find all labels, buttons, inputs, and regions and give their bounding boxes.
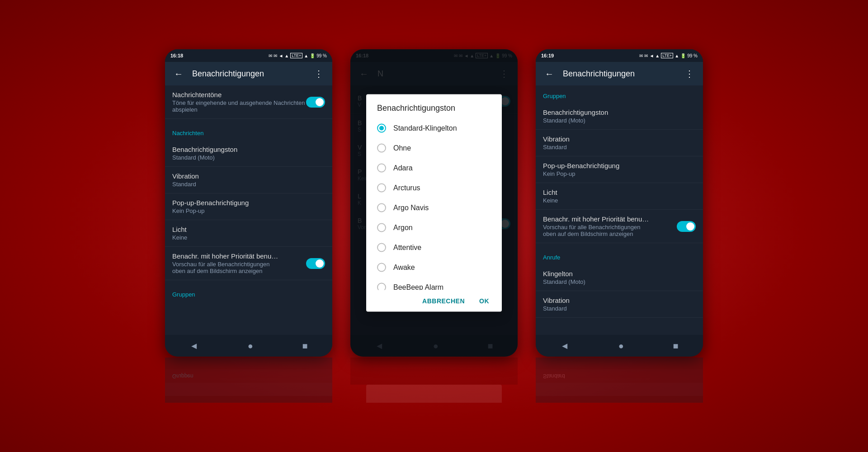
phone1-priority-toggle[interactable]: [306, 258, 325, 269]
phone3-anrufe-vibration-title: Vibration: [543, 297, 696, 304]
phone2-dialog-list: Standard-Klingelton Ohne Adara Arcturus: [366, 118, 502, 290]
phone3-anrufe-label: Anrufe: [536, 247, 703, 264]
phone2-container: 16:18 ✉ ✉ ◄ ▲ LTE+ ▲ 🔋 99 % ← N ⋮: [350, 49, 518, 357]
phone2-wrapper: 16:18 ✉ ✉ ◄ ▲ LTE+ ▲ 🔋 99 % ← N ⋮: [350, 49, 518, 403]
phone2-option-beebeep[interactable]: BeeBeep Alarm: [366, 278, 502, 290]
phone1-benachrichtigungston-item[interactable]: Benachrichtigungston Standard (Moto): [165, 140, 332, 167]
phone3-content: Gruppen Benachrichtigungston Standard (M…: [536, 85, 703, 335]
phone3-back-button[interactable]: ←: [543, 67, 556, 81]
phone3-vibration-item[interactable]: Vibration Standard: [536, 130, 703, 156]
phone3-home-nav-icon[interactable]: ●: [618, 341, 624, 351]
phone2-option-awake[interactable]: Awake: [366, 258, 502, 278]
phone1-time: 16:18: [170, 53, 183, 58]
phone3-recents-nav-icon[interactable]: ■: [673, 341, 679, 351]
phone1-back-nav-icon[interactable]: ◄: [189, 341, 198, 351]
phone2-label-argon: Argon: [393, 224, 413, 232]
phone2-option-adara[interactable]: Adara: [366, 158, 502, 178]
phone1-priority-title: Benachr. mit hoher Priorität benu…: [172, 252, 306, 260]
phone1-reflection: Gruppen: [165, 358, 332, 403]
phone2-radio-argon: [377, 223, 386, 232]
phone3-priority-toggle[interactable]: [677, 221, 696, 232]
phone1-nachrichten-label: Nachrichten: [165, 122, 332, 140]
phone1-wrapper: 16:18 ✉ ✉ ◄ ▲ LTE+ ▲ 🔋 99 % ← Benachrich…: [165, 49, 332, 403]
phone2-label-argo-navis: Argo Navis: [393, 204, 429, 212]
phone2-radio-attentive: [377, 243, 386, 252]
phone1-nachrichtentone-title: Nachrichtentöne: [172, 91, 306, 99]
phone2-reflection: [350, 358, 518, 403]
phone1-title: Benachrichtigungen: [192, 69, 305, 79]
phone2-dialog-title: Benachrichtigungston: [366, 94, 502, 118]
phone3-popup-subtitle: Kein Pop-up: [543, 170, 696, 177]
phone3-klingelton-title: Klingelton: [543, 270, 696, 278]
phone2-option-ohne[interactable]: Ohne: [366, 138, 502, 158]
phone3-vibration-subtitle: Standard: [543, 144, 696, 151]
phone2-radio-arcturus: [377, 184, 386, 193]
phone2-dialog: Benachrichtigungston Standard-Klingelton…: [366, 94, 502, 312]
phone1-popup-subtitle: Kein Pop-up: [172, 207, 325, 214]
phone2-label-awake: Awake: [393, 264, 415, 272]
phone1-licht-item[interactable]: Licht Keine: [165, 220, 332, 247]
phone3-priority-subtitle: Vorschau für alle Benachrichtigungen obe…: [543, 224, 677, 237]
phone3-vibration-title: Vibration: [543, 135, 696, 143]
phone3: 16:19 ✉ ✉ ◄ ▲ LTE+ ▲ 🔋 99 % ← Benachrich…: [536, 49, 703, 357]
phone2-dialog-actions: ABBRECHEN OK: [366, 290, 502, 312]
phone2-label-ohne: Ohne: [393, 144, 411, 152]
phone3-benachrichtigungston-title: Benachrichtigungston: [543, 108, 696, 116]
phone3-app-bar: ← Benachrichtigungen ⋮: [536, 62, 703, 85]
phone2-option-standard[interactable]: Standard-Klingelton: [366, 118, 502, 138]
phone3-reflection: Standard: [536, 358, 703, 403]
phone1-nachrichtentone-subtitle: Töne für eingehende und ausgehende Nachr…: [172, 99, 306, 113]
phone3-licht-item[interactable]: Licht Keine: [536, 183, 703, 210]
phone1-gruppen-label: Gruppen: [165, 284, 332, 301]
phone1-vibration-subtitle: Standard: [172, 181, 325, 188]
phone1-nachrichtentone-toggle[interactable]: [306, 97, 325, 108]
phone3-nav-bar: ◄ ● ■: [536, 335, 703, 357]
phone2-radio-awake: [377, 263, 386, 272]
phone3-wrapper: 16:19 ✉ ✉ ◄ ▲ LTE+ ▲ 🔋 99 % ← Benachrich…: [536, 49, 703, 403]
phone2-cancel-button[interactable]: ABBRECHEN: [417, 294, 470, 308]
phone2-dialog-overlay: Benachrichtigungston Standard-Klingelton…: [350, 49, 518, 357]
phone3-gruppen-label: Gruppen: [536, 85, 703, 103]
phone3-back-nav-icon[interactable]: ◄: [560, 341, 569, 351]
phone2-option-attentive[interactable]: Attentive: [366, 238, 502, 258]
phone1-popup-title: Pop-up-Benachrichtigung: [172, 199, 325, 207]
phone3-status-icons: ✉ ✉ ◄ ▲ LTE+ ▲ 🔋 99 %: [639, 53, 698, 58]
phone1-vibration-title: Vibration: [172, 172, 325, 180]
phone1-recents-nav-icon[interactable]: ■: [302, 341, 308, 351]
phone3-licht-subtitle: Keine: [543, 197, 696, 204]
phone1-priority-subtitle: Vorschau für alle Benachrichtigungen obe…: [172, 261, 306, 274]
phone1-popup-item[interactable]: Pop-up-Benachrichtigung Kein Pop-up: [165, 193, 332, 220]
phone3-priority-title: Benachr. mit hoher Priorität benu…: [543, 215, 677, 223]
phone2-radio-ohne: [377, 144, 386, 153]
phone2-option-argo-navis[interactable]: Argo Navis: [366, 198, 502, 218]
phone1-menu-button[interactable]: ⋮: [312, 66, 325, 81]
phone1-vibration-item[interactable]: Vibration Standard: [165, 167, 332, 193]
phone1-priority-item[interactable]: Benachr. mit hoher Priorität benu… Vorsc…: [165, 247, 332, 280]
phone2-option-arcturus[interactable]: Arcturus: [366, 178, 502, 198]
phone2-label-arcturus: Arcturus: [393, 184, 420, 192]
phone3-licht-title: Licht: [543, 188, 696, 196]
phone3-popup-item[interactable]: Pop-up-Benachrichtigung Kein Pop-up: [536, 156, 703, 183]
phone3-menu-button[interactable]: ⋮: [683, 66, 696, 81]
phone3-status-bar: 16:19 ✉ ✉ ◄ ▲ LTE+ ▲ 🔋 99 %: [536, 49, 703, 62]
phone1-back-button[interactable]: ←: [172, 67, 185, 81]
phone2-label-adara: Adara: [393, 164, 413, 172]
phone3-benachrichtigungston-item[interactable]: Benachrichtigungston Standard (Moto): [536, 103, 703, 130]
phone2-label-beebeep: BeeBeep Alarm: [393, 283, 443, 290]
phone1-home-nav-icon[interactable]: ●: [248, 341, 253, 351]
phone1-nachrichtentone-item[interactable]: Nachrichtentöne Töne für eingehende und …: [165, 85, 332, 119]
phone1: 16:18 ✉ ✉ ◄ ▲ LTE+ ▲ 🔋 99 % ← Benachrich…: [165, 49, 332, 357]
phone2-radio-argo-navis: [377, 203, 386, 212]
phone1-status-bar: 16:18 ✉ ✉ ◄ ▲ LTE+ ▲ 🔋 99 %: [165, 49, 332, 62]
phone3-klingelton-item[interactable]: Klingelton Standard (Moto): [536, 264, 703, 291]
phone1-nav-bar: ◄ ● ■: [165, 335, 332, 357]
phone2-label-attentive: Attentive: [393, 244, 421, 252]
phone1-benachrichtigungston-subtitle: Standard (Moto): [172, 154, 325, 161]
phone2-option-argon[interactable]: Argon: [366, 218, 502, 238]
phone3-priority-item[interactable]: Benachr. mit hoher Priorität benu… Vorsc…: [536, 210, 703, 243]
phone3-anrufe-vibration-subtitle: Standard: [543, 305, 696, 312]
phone3-anrufe-vibration-item[interactable]: Vibration Standard: [536, 291, 703, 318]
phone3-title: Benachrichtigungen: [563, 69, 676, 79]
phone3-klingelton-subtitle: Standard (Moto): [543, 278, 696, 285]
phone2-ok-button[interactable]: OK: [474, 294, 495, 308]
